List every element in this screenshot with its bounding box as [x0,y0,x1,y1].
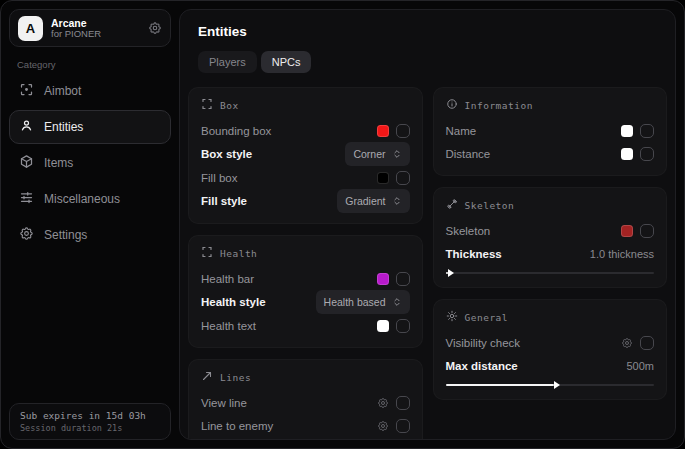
sidebar-item-settings[interactable]: Settings [9,218,171,252]
setting-row-distance: Distance [446,142,655,165]
setting-row-thickness: Thickness 1.0 thickness [446,242,655,265]
person-icon [19,118,34,136]
sidebar-nav: Aimbot Entities Items Miscellaneous Sett… [9,74,171,252]
information-card: Information Name Distance [433,87,668,176]
sidebar-item-miscellaneous[interactable]: Miscellaneous [9,182,171,216]
box-style-select[interactable]: Corner [345,142,409,166]
thickness-value: 1.0 thickness [590,248,654,260]
view-line-checkbox[interactable] [396,396,410,410]
gear-icon[interactable] [377,397,389,409]
brackets-icon [201,244,213,262]
sidebar: A Arcane for PIONER Category Aimbot Enti… [1,1,179,448]
tab-players[interactable]: Players [198,51,257,73]
gear-icon[interactable] [148,21,162,35]
health-bar-checkbox[interactable] [396,272,410,286]
thickness-slider[interactable] [446,268,655,277]
max-distance-slider[interactable] [446,380,655,389]
setting-row-skeleton: Skeleton [446,219,655,242]
line-to-enemy-checkbox[interactable] [396,419,410,433]
setting-row-view-line: View line [201,391,410,414]
sidebar-item-label: Items [44,156,73,170]
gear-icon [19,226,34,244]
card-title: Box [220,100,239,111]
arcane-window: A Arcane for PIONER Category Aimbot Enti… [0,0,685,449]
color-swatch[interactable] [621,125,633,137]
brand-card: A Arcane for PIONER [9,9,171,47]
chevron-updown-icon [392,145,402,163]
chevron-updown-icon [392,192,402,210]
sidebar-item-label: Entities [44,120,83,134]
skeleton-checkbox[interactable] [640,224,654,238]
card-title: General [465,312,509,323]
card-title: Health [220,248,257,259]
sidebar-item-label: Settings [44,228,87,242]
setting-row-box-style: Box style Corner [201,142,410,166]
lines-card: Lines View line Line to enemy [188,359,423,440]
health-style-select[interactable]: Health based [316,290,410,314]
bounding-box-checkbox[interactable] [396,124,410,138]
box-card: Box Bounding box Box style Corner [188,87,423,224]
color-swatch[interactable] [377,172,389,184]
brand-subtitle: for PIONER [51,29,140,40]
cube-icon [19,154,34,172]
distance-checkbox[interactable] [640,147,654,161]
setting-row-visibility-check: Visibility check [446,331,655,354]
skeleton-card: Skeleton Skeleton Thickness 1.0 thicknes… [433,187,668,288]
sun-icon [446,308,458,326]
color-swatch[interactable] [621,225,633,237]
slider-handle[interactable] [554,381,560,389]
sidebar-item-aimbot[interactable]: Aimbot [9,74,171,108]
page-title: Entities [198,24,667,39]
sidebar-item-items[interactable]: Items [9,146,171,180]
health-card: Health Health bar Health style Health ba… [188,235,423,348]
fill-style-select[interactable]: Gradient [337,189,409,213]
color-swatch[interactable] [377,320,389,332]
name-checkbox[interactable] [640,124,654,138]
setting-row-health-style: Health style Health based [201,290,410,314]
gear-icon[interactable] [377,420,389,432]
color-swatch[interactable] [621,148,633,160]
setting-row-fill-style: Fill style Gradient [201,189,410,213]
general-card: General Visibility check Max distance 50… [433,299,668,400]
setting-row-bounding-box: Bounding box [201,119,410,142]
setting-row-line-to-enemy: Line to enemy [201,414,410,437]
tab-npcs[interactable]: NPCs [261,51,312,73]
max-distance-value: 500m [626,360,654,372]
setting-row-health-bar: Health bar [201,267,410,290]
gear-icon[interactable] [621,337,633,349]
arcane-logo: A [18,16,43,41]
brand-title: Arcane [51,17,140,29]
sidebar-item-label: Aimbot [44,84,81,98]
setting-row-max-distance: Max distance 500m [446,354,655,377]
brackets-icon [201,96,213,114]
crosshair-icon [19,82,34,100]
entity-tabs: Players NPCs [198,51,667,73]
category-label: Category [17,59,171,70]
health-text-checkbox[interactable] [396,319,410,333]
visibility-check-checkbox[interactable] [640,336,654,350]
setting-row-fill-box: Fill box [201,166,410,189]
info-icon [446,96,458,114]
color-swatch[interactable] [377,125,389,137]
card-title: Skeleton [465,200,515,211]
session-duration-text: Session duration 21s [20,423,160,433]
fill-box-checkbox[interactable] [396,171,410,185]
sliders-icon [19,190,34,208]
setting-row-health-text: Health text [201,314,410,337]
sidebar-item-label: Miscellaneous [44,192,120,206]
chevron-updown-icon [392,293,402,311]
setting-row-name: Name [446,119,655,142]
main-panel: Entities Players NPCs Box Bounding box [179,9,676,440]
sidebar-item-entities[interactable]: Entities [9,110,171,144]
slider-handle[interactable] [448,269,454,277]
card-title: Information [465,100,533,111]
bone-icon [446,196,458,214]
subscription-card: Sub expires in 15d 03h Session duration … [9,403,171,440]
sub-expiry-text: Sub expires in 15d 03h [20,410,160,421]
diagonal-line-icon [201,368,213,386]
card-title: Lines [220,372,251,383]
color-swatch[interactable] [377,273,389,285]
